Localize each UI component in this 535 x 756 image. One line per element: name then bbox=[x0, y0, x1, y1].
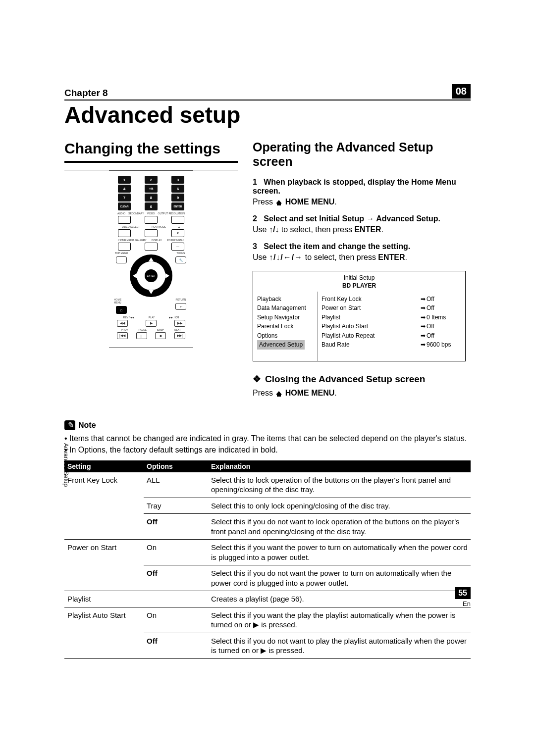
remote-label-pause: PAUSE bbox=[138, 328, 147, 331]
closing-body: Press HOME MENU. bbox=[253, 389, 471, 398]
page-title: Advanced setup bbox=[64, 101, 471, 128]
note-item: Items that cannot be changed are indicat… bbox=[64, 433, 471, 444]
step-1-body: Press HOME MENU. bbox=[253, 198, 471, 206]
remote-label-rev: REV / ◀◀ bbox=[123, 316, 134, 319]
explanation-cell: Select this if you want the play the pla… bbox=[208, 607, 471, 633]
osd-left-item: Setup Navigator bbox=[257, 313, 313, 322]
osd-value: Off bbox=[427, 296, 434, 302]
remote-dpad: ENTER bbox=[130, 254, 172, 297]
osd-mid-item: Playlist Auto Start bbox=[321, 322, 417, 331]
settings-table: Setting Options Explanation Front Key Lo… bbox=[64, 460, 471, 659]
option-cell bbox=[144, 591, 208, 607]
option-cell: On bbox=[144, 607, 208, 633]
home-icon bbox=[276, 391, 282, 395]
osd-mid-item: Playlist Auto Repeat bbox=[321, 331, 417, 341]
note-icon: ✎ bbox=[64, 420, 75, 430]
osd-title: Initial Setup bbox=[253, 271, 465, 282]
right-arrow-icon: ➡ bbox=[421, 295, 426, 304]
right-column: Operating the Advanced Setup screen 1 Wh… bbox=[253, 140, 471, 405]
remote-key-0: 0 bbox=[145, 202, 158, 210]
remote-label-resolution: OUTPUT RESOLUTION bbox=[158, 212, 185, 215]
osd-mid-item: Playlist bbox=[321, 313, 417, 322]
table-row: Power on StartOnSelect this if you want … bbox=[64, 540, 471, 565]
setting-cell bbox=[64, 565, 144, 591]
remote-key-8: 8 bbox=[145, 194, 158, 202]
remote-btn bbox=[145, 229, 158, 237]
remote-key-fwd: ▶▶ bbox=[174, 320, 185, 327]
right-arrow-icon: → bbox=[366, 214, 374, 223]
remote-illustration: 1 2 3 4 +5 6 7 8 9 CLEAR 0 ENTER bbox=[109, 170, 193, 348]
osd-value: 0 Items bbox=[427, 314, 446, 321]
remote-key-2: 2 bbox=[145, 176, 158, 184]
remote-label-playmode: PLAY MODE bbox=[152, 225, 166, 228]
osd-subtitle: BD PLAYER bbox=[253, 282, 465, 292]
note-label: Note bbox=[78, 421, 96, 430]
remote-key-4: 4 bbox=[118, 185, 131, 193]
table-header-options: Options bbox=[144, 460, 208, 472]
right-arrow-icon: ➡ bbox=[421, 340, 426, 350]
osd-mid-item: Power on Start bbox=[321, 303, 417, 313]
setting-cell bbox=[64, 633, 144, 658]
remote-label-topmenu: TOP MENU bbox=[115, 252, 128, 254]
chapter-row: Chapter 8 08 bbox=[64, 84, 471, 101]
osd-value: 9600 bps bbox=[427, 341, 451, 348]
page-number: 55 bbox=[455, 587, 471, 599]
remote-label-homemenu: HOME MENU bbox=[114, 298, 129, 304]
option-cell: Off bbox=[144, 514, 208, 540]
remote-label-next: NEXT bbox=[174, 328, 181, 331]
table-header-explanation: Explanation bbox=[208, 460, 471, 472]
remote-key-1: 1 bbox=[118, 176, 131, 184]
table-row: OffSelect this if you do not want the po… bbox=[64, 565, 471, 591]
four-arrows-icon: ↑/↓/←/→ bbox=[269, 253, 303, 261]
explanation-cell: Select this if you want the power to tur… bbox=[208, 540, 471, 565]
table-row: PlaylistCreates a playlist (page 56). bbox=[64, 591, 471, 607]
right-arrow-icon: ➡ bbox=[421, 322, 426, 331]
table-row: Playlist Auto StartOnSelect this if you … bbox=[64, 607, 471, 633]
remote-label-fwd: ▶▶ / CM bbox=[169, 316, 179, 319]
remote-label-hmg: HOME MEDIA GALLERY bbox=[118, 239, 146, 242]
osd-left-item: Data Management bbox=[257, 303, 313, 313]
remote-key-clear: CLEAR bbox=[118, 202, 131, 210]
remote-btn bbox=[171, 216, 184, 224]
setting-cell: Front Key Lock bbox=[64, 472, 144, 498]
remote-key-pause: || bbox=[136, 332, 147, 339]
note-list: Items that cannot be changed are indicat… bbox=[64, 433, 471, 455]
operating-heading: Operating the Advanced Setup screen bbox=[253, 140, 471, 169]
explanation-cell: Select this if you do not want to lock o… bbox=[208, 514, 471, 540]
right-arrow-icon: ➡ bbox=[421, 303, 426, 313]
remote-label-up: ▲ bbox=[178, 225, 180, 228]
remote-btn: --- bbox=[171, 243, 184, 251]
option-cell: Off bbox=[144, 633, 208, 658]
step-2-body: Use ↑/↓ to select, then press ENTER. bbox=[253, 225, 471, 234]
remote-key-play: ▶ bbox=[146, 320, 157, 327]
remote-key-3: 3 bbox=[171, 176, 184, 184]
remote-key-enter: ENTER bbox=[171, 202, 184, 210]
remote-label-video: VIDEO bbox=[147, 212, 155, 215]
left-column: Changing the settings 1 2 3 4 +5 6 7 8 9 bbox=[64, 140, 238, 405]
remote-key-9: 9 bbox=[171, 194, 184, 202]
remote-label-return: RETURN bbox=[176, 298, 186, 301]
table-row: OffSelect this if you do not want to loc… bbox=[64, 514, 471, 540]
remote-key-prev: |◀◀ bbox=[117, 332, 128, 339]
remote-key-7: 7 bbox=[118, 194, 131, 202]
remote-btn bbox=[145, 216, 158, 224]
remote-label-stop: STOP bbox=[157, 328, 164, 331]
osd-value: Off bbox=[427, 323, 434, 330]
remote-label-video-select: VIDEO SELECT bbox=[122, 225, 140, 228]
setting-cell: Playlist Auto Start bbox=[64, 607, 144, 633]
remote-btn bbox=[118, 216, 131, 224]
table-row: Front Key LockALLSelect this to lock ope… bbox=[64, 472, 471, 498]
step-2: 2 Select and set Initial Setup → Advance… bbox=[253, 214, 471, 223]
osd-mid-pane: Front Key Lock Power on Start Playlist P… bbox=[318, 292, 421, 361]
option-cell: Tray bbox=[144, 498, 208, 514]
osd-left-item: Playback bbox=[257, 295, 313, 304]
setting-cell bbox=[64, 514, 144, 540]
page-lang: En bbox=[455, 600, 471, 607]
osd-left-item-selected: Advenced Setup bbox=[257, 340, 305, 350]
remote-label-audio: AUDIO bbox=[117, 212, 125, 215]
osd-value: Off bbox=[427, 304, 434, 311]
explanation-cell: Select this if you do not want to play t… bbox=[208, 633, 471, 658]
side-tab-label: Advanced Setup bbox=[62, 443, 69, 487]
setting-cell bbox=[64, 498, 144, 514]
remote-enter: ENTER bbox=[145, 269, 158, 282]
